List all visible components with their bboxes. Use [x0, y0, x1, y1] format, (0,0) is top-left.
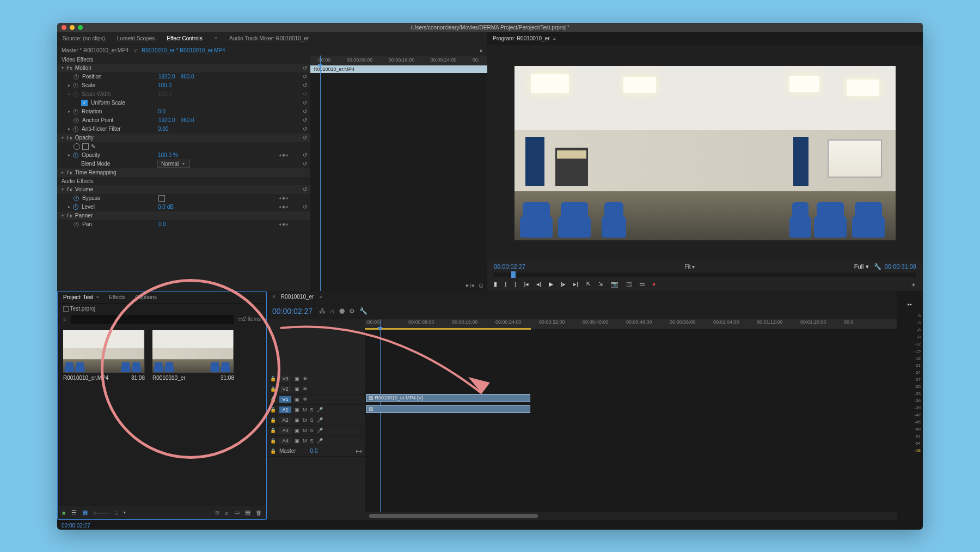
lock-icon[interactable]: 🔒 — [270, 438, 276, 444]
lift-icon[interactable]: ⇱ — [586, 281, 591, 289]
toggle-output-icon[interactable]: ▣ — [295, 386, 299, 392]
breadcrumb-master[interactable]: Master * R0010010_er.MP4 — [62, 47, 128, 53]
ec-playhead[interactable] — [320, 56, 321, 291]
lock-icon[interactable]: 🔒 — [270, 448, 276, 454]
ec-timeline-ruler[interactable]: 00:0000:00:08:0000:00:16:0000:00:24:0000… — [310, 56, 487, 65]
tab-program[interactable]: Program: R0010010_er — [493, 35, 550, 41]
zoom-slider[interactable]: ○─── — [93, 509, 109, 516]
step-forward-icon[interactable]: |▸ — [561, 281, 566, 289]
tab-project[interactable]: Project: Test — [63, 294, 93, 300]
lock-icon[interactable]: 🔒 — [270, 417, 276, 423]
timeline-clip-audio[interactable]: ▧ — [366, 405, 530, 413]
timeline-zoom-scrollbar[interactable] — [365, 512, 897, 520]
tab-lumetri[interactable]: Lumetri Scopes — [117, 35, 155, 41]
lock-icon[interactable]: 🔒 — [270, 428, 276, 433]
rotation-value[interactable]: 0.0 — [158, 108, 166, 114]
stopwatch-icon[interactable] — [73, 126, 78, 132]
stopwatch-icon[interactable] — [73, 204, 78, 210]
collapse-icon[interactable]: ▸◂ — [356, 448, 362, 454]
fit-dropdown[interactable]: Fit — [685, 264, 691, 270]
bypass-checkbox[interactable] — [158, 195, 165, 202]
wrench-icon[interactable]: 🔧 — [874, 263, 881, 270]
eye-icon[interactable]: 👁 — [303, 376, 308, 381]
essential-sound-icon[interactable]: ▸▸ — [899, 302, 921, 309]
stopwatch-icon[interactable] — [73, 83, 78, 88]
record-icon[interactable]: ● — [652, 281, 656, 289]
search-icon[interactable]: ⌕ — [63, 316, 66, 322]
ellipse-mask-icon[interactable] — [74, 143, 80, 150]
icon-view-icon[interactable]: ▦ — [82, 509, 88, 516]
settings-icon[interactable]: ⚙ — [349, 307, 355, 315]
stopwatch-icon[interactable] — [74, 74, 79, 80]
sort-icon[interactable]: ≡ — [115, 509, 118, 516]
fx-icon[interactable]: fx — [66, 187, 72, 192]
motion-effect[interactable]: Motion — [75, 65, 91, 71]
lock-icon[interactable]: 🔒 — [270, 386, 276, 392]
reset-icon[interactable]: ↺ — [303, 135, 307, 141]
scale-value[interactable]: 100.0 — [158, 82, 171, 88]
toggle-output-icon[interactable]: ▣ — [295, 407, 299, 413]
export-frame-icon[interactable]: 📷 — [611, 281, 618, 289]
list-view-icon[interactable]: ☰ — [71, 509, 77, 516]
new-bin-icon[interactable]: ▭ — [238, 316, 243, 322]
panel-menu-icon[interactable]: ≡ — [96, 294, 99, 300]
fx-icon[interactable]: fx — [66, 65, 72, 71]
mic-icon[interactable]: 🎤 — [317, 407, 323, 413]
go-to-out-icon[interactable]: ▸| — [573, 281, 578, 289]
chevron-right-icon[interactable]: ▸ — [68, 83, 70, 88]
compare-icon[interactable]: ◫ — [626, 281, 632, 289]
program-timecode-left[interactable]: 00:00:02:27 — [494, 263, 525, 270]
tab-audio-mixer[interactable]: Audio Track Mixer: R0010010_er — [229, 35, 309, 41]
snap-icon[interactable]: ⁂ — [319, 307, 326, 315]
new-item-icon[interactable]: ▤ — [245, 509, 250, 516]
reset-icon[interactable]: ↺ — [303, 204, 307, 210]
project-search-input[interactable] — [71, 315, 234, 324]
safe-margin-icon[interactable]: ▭ — [639, 281, 645, 289]
volume-effect[interactable]: Volume — [75, 186, 93, 192]
reset-icon[interactable]: ↺ — [303, 65, 307, 71]
timeline-track-area[interactable]: :00:00 00:00:08:00 00:00:16:00 00:00:24:… — [365, 319, 897, 520]
eye-icon[interactable]: 👁 — [303, 386, 308, 392]
position-x[interactable]: 1920.0 — [158, 74, 175, 80]
eye-icon[interactable]: 👁 — [303, 397, 308, 402]
extract-icon[interactable]: ⇲ — [598, 281, 603, 289]
pen-mask-icon[interactable]: ✎ — [91, 143, 95, 149]
stopwatch-icon[interactable] — [73, 109, 78, 114]
panel-menu-icon[interactable]: ≡ — [553, 36, 556, 41]
step-back-icon[interactable]: ◂| — [536, 281, 541, 289]
trash-icon[interactable]: 🗑 — [256, 509, 262, 516]
mark-in-icon[interactable]: ▮ — [494, 281, 497, 289]
tab-effect-controls[interactable]: Effect Controls — [167, 35, 202, 41]
mark-out-icon[interactable]: } — [514, 281, 517, 289]
reset-icon[interactable]: ↺ — [303, 186, 307, 192]
add-button-icon[interactable]: ＋ — [910, 281, 916, 289]
stopwatch-icon[interactable] — [74, 222, 79, 227]
stopwatch-icon[interactable] — [74, 118, 79, 123]
program-viewport[interactable] — [487, 45, 923, 261]
reset-icon[interactable]: ↺ — [303, 152, 307, 158]
toggle-output-icon[interactable]: ▣ — [295, 376, 299, 381]
uniform-scale-checkbox[interactable]: ✓ — [81, 100, 88, 106]
toggle-icon[interactable]: ▸|◂ — [466, 282, 474, 288]
sequence-name[interactable]: R0010010_er — [281, 294, 314, 300]
time-remap-effect[interactable]: Time Remapping — [75, 169, 117, 175]
tab-captions[interactable]: Captions — [136, 294, 157, 300]
reset-icon[interactable]: ↺ — [303, 108, 307, 114]
find-icon[interactable]: ⌕ — [225, 509, 229, 516]
project-item[interactable]: R0010010_er31:08 — [152, 330, 234, 501]
project-item[interactable]: R0010010_er.MP431:08 — [63, 330, 145, 501]
tab-source[interactable]: Source: (no clips) — [63, 35, 105, 41]
panel-menu-icon[interactable]: ≡ — [215, 35, 217, 41]
fx-icon[interactable]: fx — [66, 213, 72, 219]
reset-icon[interactable]: ↺ — [303, 100, 307, 106]
reset-icon[interactable]: ↺ — [303, 126, 307, 132]
linked-selection-icon[interactable]: ∩ — [330, 307, 335, 315]
stopwatch-icon[interactable] — [74, 196, 79, 201]
stopwatch-icon[interactable] — [73, 153, 78, 158]
blend-mode-dropdown[interactable]: Normal — [157, 160, 190, 168]
close-sequence-icon[interactable]: × — [272, 294, 275, 300]
panner-effect[interactable]: Panner — [75, 213, 93, 219]
export-icon[interactable]: ⎙ — [479, 282, 483, 288]
lock-icon[interactable]: 🔒 — [270, 376, 276, 381]
rect-mask-icon[interactable] — [82, 143, 89, 150]
